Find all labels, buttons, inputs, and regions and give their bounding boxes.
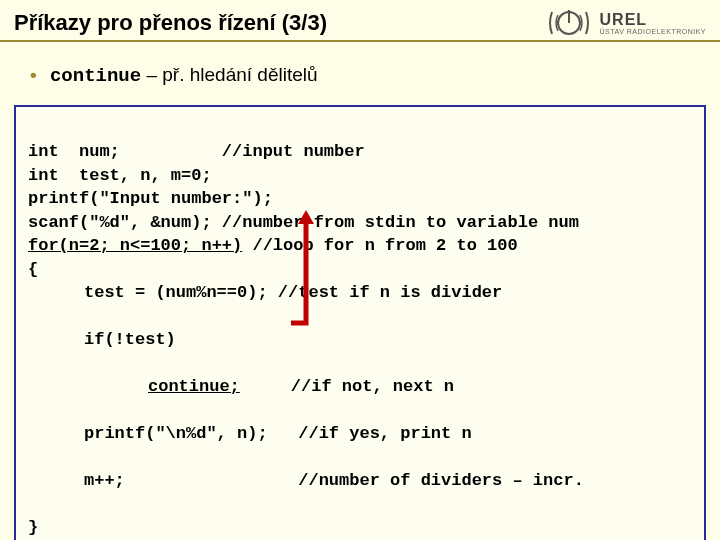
code-for-underline: for(n=2; n<=100; n++)	[28, 236, 242, 255]
bullet-line: • continue – př. hledání dělitelů	[0, 42, 720, 101]
code-continue-underline: continue;	[148, 377, 240, 396]
code-line: //if not, next n	[240, 377, 454, 396]
code-block: int num; //input number int test, n, m=0…	[14, 105, 706, 540]
logo-subtitle: ÚSTAV RADIOELEKTRONIKY	[600, 28, 706, 35]
code-line: if(!test)	[28, 328, 692, 351]
bullet-rest: – př. hledání dělitelů	[141, 64, 317, 85]
code-line: //loop for n from 2 to 100	[242, 236, 517, 255]
code-line: }	[28, 518, 38, 537]
code-line: int num; //input number	[28, 142, 365, 161]
code-line: {	[28, 260, 38, 279]
code-line: printf("Input number:");	[28, 189, 273, 208]
code-line: printf("\n%d", n); //if yes, print n	[28, 422, 692, 445]
header-bar: Příkazy pro přenos řízení (3/3) UREL ÚST…	[0, 0, 720, 42]
urel-logo-icon	[544, 8, 594, 38]
bullet-keyword: continue	[50, 65, 141, 87]
bullet-dot-icon: •	[30, 64, 37, 85]
page-title: Příkazy pro přenos řízení (3/3)	[14, 10, 327, 36]
code-line: scanf("%d", &num); //number from stdin t…	[28, 213, 579, 232]
logo-title: UREL	[600, 12, 706, 28]
code-line: m++; //number of dividers – incr.	[28, 469, 692, 492]
org-logo: UREL ÚSTAV RADIOELEKTRONIKY	[544, 8, 706, 38]
code-line: int test, n, m=0;	[28, 166, 212, 185]
logo-text: UREL ÚSTAV RADIOELEKTRONIKY	[600, 12, 706, 35]
code-line: test = (num%n==0); //test if n is divide…	[28, 281, 692, 304]
